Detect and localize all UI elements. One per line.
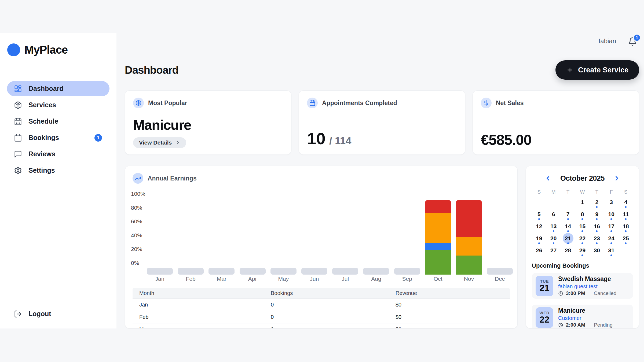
calendar-day[interactable]: 13	[546, 220, 561, 232]
calendar-day[interactable]: 26	[532, 244, 546, 256]
calendar-day[interactable]: 31	[604, 244, 619, 256]
calendar-day-number: 30	[594, 247, 600, 254]
calendar-days-icon	[14, 117, 22, 125]
sidebar-item-label: Services	[28, 101, 56, 109]
calendar-day[interactable]: 9	[590, 208, 604, 220]
table-row: Jan0$0	[133, 298, 510, 311]
sidebar-item-label: Dashboard	[28, 85, 64, 93]
sidebar-item-bookings[interactable]: Bookings1	[7, 130, 109, 145]
earnings-chart: 100%80%60%40%20%0%JanFebMarAprMayJunJulA…	[133, 189, 510, 284]
notifications-button[interactable]: 1	[628, 36, 638, 46]
calendar-day[interactable]: 20	[546, 232, 561, 244]
logout-button[interactable]: Logout	[7, 306, 109, 322]
sidebar-item-label: Schedule	[28, 117, 58, 125]
plus-icon	[566, 66, 574, 74]
sidebar-badge: 1	[94, 134, 102, 142]
calendar-day[interactable]: 29	[575, 244, 590, 256]
calendar-day[interactable]: 7	[561, 208, 575, 220]
calendar-day[interactable]: 4	[619, 196, 633, 208]
bar-empty-May	[270, 268, 297, 275]
calendar-day[interactable]: 18	[619, 220, 633, 232]
table-cell: 0	[264, 299, 389, 311]
calendar-day[interactable]: 27	[546, 244, 561, 256]
booking-date: 22	[540, 315, 550, 324]
appointments-card: Appointments Completed 10 / 114	[299, 90, 465, 155]
calendar-day[interactable]: 11	[619, 208, 633, 220]
calendar-weekday: M	[546, 188, 561, 196]
appointments-total: / 114	[329, 135, 351, 147]
calendar-day-number: 27	[550, 247, 557, 254]
calendar-day[interactable]: 12	[532, 220, 546, 232]
x-axis-label: Sep	[394, 276, 420, 282]
most-popular-value: Manicure	[133, 117, 283, 133]
next-month-button[interactable]	[613, 174, 621, 183]
booking-customer-link[interactable]: Customer	[558, 315, 613, 321]
calendar-day-number: 15	[579, 223, 586, 230]
calendar-day[interactable]: 14	[561, 220, 575, 232]
calendar-day[interactable]: 10	[604, 208, 619, 220]
calendar-day[interactable]: 22	[575, 232, 590, 244]
calendar-day-number: 24	[608, 235, 614, 242]
booking-customer-link[interactable]: fabian guest test	[558, 283, 616, 290]
x-axis-label: Jun	[301, 276, 327, 282]
calendar-day-number: 12	[536, 223, 542, 230]
calendar-day-number: 7	[566, 211, 570, 217]
bar-empty-Apr	[240, 268, 266, 275]
booking-service: Manicure	[558, 307, 613, 314]
calendar-icon	[14, 134, 22, 142]
calendar-day[interactable]: 15	[575, 220, 590, 232]
logout-label: Logout	[28, 310, 51, 318]
booking-dot-icon	[610, 242, 612, 244]
calendar-day[interactable]: 24	[604, 232, 619, 244]
table-header-cell: Revenue	[389, 288, 510, 298]
booking-info: ManicureCustomer2:00 AMPending	[558, 307, 613, 328]
calendar-day-number: 13	[550, 223, 557, 230]
booking-time: 3:00 PM	[566, 290, 585, 296]
booking-dot-icon	[581, 254, 583, 256]
calendar-day[interactable]: 21	[561, 232, 575, 244]
bar-empty-Jul	[332, 268, 358, 275]
prev-month-button[interactable]	[544, 174, 552, 183]
calendar-day[interactable]: 23	[590, 232, 604, 244]
y-axis-tick: 40%	[131, 232, 144, 239]
booking-dot-icon	[625, 206, 627, 208]
booking-time: 2:00 AM	[566, 322, 585, 328]
create-service-button[interactable]: Create Service	[555, 60, 639, 80]
booking-card[interactable]: TUE21Swedish Massagefabian guest test3:0…	[532, 273, 633, 299]
calendar-month-label: October 2025	[560, 174, 605, 183]
calendar-day[interactable]: 8	[575, 208, 590, 220]
upcoming-bookings-list: TUE21Swedish Massagefabian guest test3:0…	[532, 273, 633, 328]
bar-empty-Jan	[147, 268, 173, 275]
sidebar-item-reviews[interactable]: Reviews	[7, 146, 109, 162]
sidebar-item-services[interactable]: Services	[7, 97, 109, 113]
chat-icon	[14, 150, 22, 158]
calendar-day[interactable]: 28	[561, 244, 575, 256]
calendar-day[interactable]: 6	[546, 208, 561, 220]
calendar-day[interactable]: 1	[575, 196, 590, 208]
sidebar-item-settings[interactable]: Settings	[7, 163, 109, 178]
calendar-day[interactable]: 30	[590, 244, 604, 256]
calendar-day[interactable]: 5	[532, 208, 546, 220]
sidebar-item-schedule[interactable]: Schedule	[7, 114, 109, 129]
sidebar: MyPlace DashboardServicesScheduleBooking…	[0, 33, 116, 328]
calendar-day[interactable]: 2	[590, 196, 604, 208]
calendar-day[interactable]: 3	[604, 196, 619, 208]
clock-icon	[558, 323, 563, 328]
booking-dot-icon	[567, 242, 569, 244]
calendar-day[interactable]: 25	[619, 232, 633, 244]
calendar-day[interactable]: 17	[604, 220, 619, 232]
booking-dot-icon	[596, 206, 598, 208]
calendar-day[interactable]: 19	[532, 232, 546, 244]
booking-meta: 3:00 PMCancelled	[558, 290, 616, 296]
topbar: fabian 1	[116, 0, 644, 52]
calendar-day-number: 8	[581, 211, 584, 217]
table-header-cell: Month	[133, 288, 264, 298]
calendar-day[interactable]: 16	[590, 220, 604, 232]
bar-empty-Aug	[363, 268, 389, 275]
calendar-weekday: S	[532, 188, 546, 196]
booking-card[interactable]: WED22ManicureCustomer2:00 AMPending	[532, 305, 633, 328]
view-details-button[interactable]: View Details	[133, 137, 186, 148]
calendar-weekday: T	[561, 188, 575, 196]
chat-icon	[14, 150, 22, 158]
sidebar-item-dashboard[interactable]: Dashboard	[7, 81, 109, 96]
